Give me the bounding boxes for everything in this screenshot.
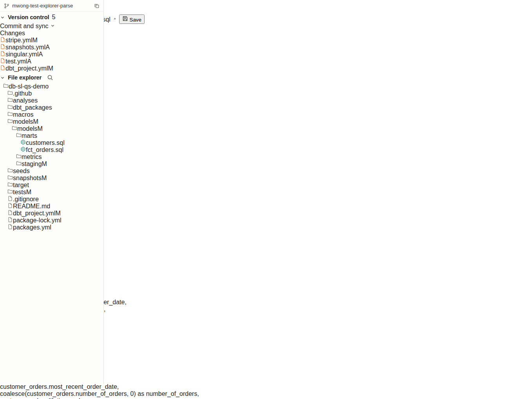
tree-item-target[interactable]: target <box>0 182 103 189</box>
file-explorer-header[interactable]: File explorer <box>0 72 103 83</box>
tree-item-label: fct_orders.sql <box>26 146 63 153</box>
change-status-badge: M <box>26 189 31 195</box>
version-control-header[interactable]: Version control 5 <box>0 12 103 23</box>
file-icon <box>7 217 13 222</box>
tree-item-tests[interactable]: testsM <box>0 189 103 196</box>
change-status-badge: A <box>38 51 43 58</box>
model-icon <box>20 139 26 145</box>
change-status-badge: M <box>38 125 43 132</box>
tree-item-macros[interactable]: macros <box>0 111 103 118</box>
copy-icon[interactable] <box>94 3 100 9</box>
tree-item-seeds[interactable]: seeds <box>0 168 103 175</box>
tree-item-marts[interactable]: marts <box>0 132 103 139</box>
project-branch-name: mwong-test-explorer-parse <box>12 3 91 9</box>
project-header: mwong-test-explorer-parse <box>0 0 103 12</box>
tree-item-staging[interactable]: stagingM <box>0 161 103 168</box>
code-line: customer_orders.lifetime_value <box>0 397 532 399</box>
tree-item-label: dbt_packages <box>13 104 52 111</box>
version-control-section: Version control 5 Commit and sync Change… <box>0 12 103 72</box>
change-status-badge: M <box>32 37 37 43</box>
tree-item-label: customers.sql <box>26 139 65 146</box>
file-explorer-section: File explorer db-sl-qs-demo.githubanalys… <box>0 72 103 231</box>
code-line: customer_orders.most_recent_order_date, <box>0 383 532 390</box>
change-status-badge: M <box>56 210 61 217</box>
folder-icon <box>7 97 13 103</box>
tree-item-label: .github <box>13 90 32 97</box>
changed-file-snapshots-yml[interactable]: snapshots.ymlA <box>0 44 103 51</box>
commit-options-dropdown[interactable] <box>50 23 55 29</box>
file-icon <box>7 224 13 229</box>
file-icon <box>0 37 5 42</box>
tree-item-label: README.md <box>13 203 50 209</box>
tree-item-label: packages.yml <box>13 224 51 231</box>
tree-item-label: package-lock.yml <box>13 217 62 224</box>
open-link-button[interactable] <box>112 16 119 23</box>
change-status-badge: M <box>48 65 53 72</box>
code-line: coalesce(customer_orders.number_of_order… <box>0 390 532 397</box>
tree-item-label: dbt_project.yml <box>13 210 56 217</box>
model-icon <box>20 146 26 152</box>
chevron-down-icon <box>0 75 5 80</box>
git-branch-icon <box>4 3 9 9</box>
tree-item-models[interactable]: modelsM <box>0 125 103 132</box>
file-icon <box>7 210 13 215</box>
folder-icon <box>12 125 17 131</box>
changed-file-singular-yml[interactable]: singular.ymlA <box>0 51 103 58</box>
save-label: Save <box>130 17 141 23</box>
tree-item-label: analyses <box>13 97 38 104</box>
tree-item-snapshots[interactable]: snapshotsM <box>0 175 103 182</box>
file-icon <box>0 51 5 56</box>
changed-file-stripe-yml[interactable]: stripe.ymlM <box>0 37 103 44</box>
tree-item-packages-yml[interactable]: packages.yml <box>0 224 103 231</box>
tree-item-label: marts <box>22 132 37 139</box>
changed-file-test-yml[interactable]: test.ymlA <box>0 58 103 65</box>
tree-item-readme-md[interactable]: README.md <box>0 203 103 210</box>
folder-icon <box>7 168 13 173</box>
changed-files-list: stripe.ymlMsnapshots.ymlAsingular.ymlAte… <box>0 37 103 72</box>
changed-file-dbt-project-yml[interactable]: dbt_project.ymlM <box>0 65 103 72</box>
tree-item-metrics[interactable]: metrics <box>0 153 103 161</box>
folder-icon <box>7 189 13 194</box>
tree-item-gitignore[interactable]: .gitignore <box>0 196 103 203</box>
tree-item-label: snapshots <box>13 175 42 181</box>
folder-icon <box>3 83 9 88</box>
tree-item-models[interactable]: modelsM <box>0 118 103 125</box>
tree-item-customers-sql[interactable]: customers.sql <box>0 139 103 146</box>
tree-item-label: metrics <box>22 153 42 160</box>
tree-item-label: db-sl-qs-demo <box>9 83 49 90</box>
tree-item-label: models <box>13 118 33 125</box>
file-icon <box>0 65 5 70</box>
tree-item-label: seeds <box>13 168 30 174</box>
tree-item-db-sl-qs-demo[interactable]: db-sl-qs-demo <box>0 83 103 90</box>
folder-icon <box>7 90 13 96</box>
change-status-badge: M <box>42 161 47 167</box>
tree-item-analyses[interactable]: analyses <box>0 97 103 104</box>
tree-item-label: target <box>13 182 29 188</box>
changed-file-name: singular.yml <box>5 51 38 58</box>
commit-and-sync-button[interactable]: Commit and sync <box>0 23 103 30</box>
file-icon <box>0 58 5 63</box>
folder-icon <box>16 132 22 138</box>
folder-icon <box>7 175 13 180</box>
tree-item-fct-orders-sql[interactable]: fct_orders.sql <box>0 146 103 153</box>
change-status-badge: M <box>33 118 38 125</box>
tree-item-label: staging <box>22 161 42 167</box>
save-button[interactable]: Save <box>119 14 145 24</box>
change-status-badge: M <box>42 175 47 181</box>
tree-item-package-lock-yml[interactable]: package-lock.yml <box>0 217 103 224</box>
tree-item-label: macros <box>13 111 33 118</box>
chevron-down-icon <box>0 15 5 20</box>
changes-count-badge: 5 <box>52 14 56 21</box>
tree-item-dbt-project-yml[interactable]: dbt_project.ymlM <box>0 210 103 217</box>
folder-icon <box>7 118 13 124</box>
folder-icon <box>16 161 22 166</box>
change-status-badge: A <box>27 58 31 65</box>
save-icon <box>122 16 128 22</box>
file-icon <box>0 44 5 49</box>
tree-item-dbt-packages[interactable]: dbt_packages <box>0 104 103 111</box>
dbt-ide-app: mwong-test-explorer-parse Version contro… <box>0 0 532 399</box>
tree-item-github[interactable]: .github <box>0 90 103 97</box>
search-icon[interactable] <box>47 74 53 81</box>
file-tree: db-sl-qs-demo.githubanalysesdbt_packages… <box>0 83 103 231</box>
file-explorer-title: File explorer <box>8 74 42 81</box>
